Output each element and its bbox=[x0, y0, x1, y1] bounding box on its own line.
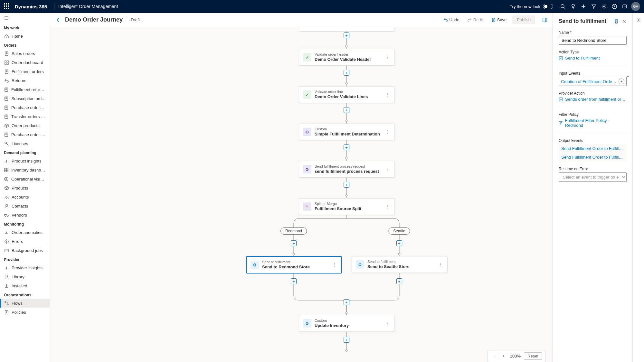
resume-select[interactable]: Select an event to trigger on error bbox=[559, 172, 627, 182]
add-step-icon[interactable]: + bbox=[396, 240, 402, 246]
nav-item-order-products[interactable]: Order products bbox=[0, 121, 50, 130]
nav-item-installed[interactable]: Installed bbox=[0, 281, 50, 290]
filter-icon[interactable] bbox=[589, 1, 599, 12]
undo-button[interactable]: Undo bbox=[441, 16, 461, 23]
nav-item-fulfillment-orders[interactable]: Fulfillment orders bbox=[0, 67, 50, 76]
anomaly-icon bbox=[4, 230, 9, 235]
assistant-icon[interactable] bbox=[620, 1, 630, 12]
add-step-icon[interactable]: + bbox=[344, 32, 349, 38]
nav-item-purchase-orders-pre-[interactable]: Purchase orders (pre... bbox=[0, 103, 50, 112]
flow-node-n3[interactable]: ⚙CustomSimple Fulfillment Determination⋮ bbox=[299, 124, 395, 140]
node-menu-icon[interactable]: ⋮ bbox=[385, 167, 391, 172]
add-step-icon[interactable]: + bbox=[344, 299, 349, 305]
add-step-icon[interactable]: + bbox=[291, 240, 297, 246]
node-menu-icon[interactable]: ⋮ bbox=[385, 129, 391, 135]
add-step-icon[interactable]: + bbox=[291, 278, 297, 284]
input-events-field[interactable]: * Creation of Fulfillment Order Succeed.… bbox=[559, 77, 627, 86]
svg-point-72 bbox=[638, 19, 639, 21]
nav-item-product-insights[interactable]: Product insights bbox=[0, 156, 50, 165]
nav-item-home[interactable]: Home bbox=[0, 32, 50, 41]
nav-item-subscription-orders[interactable]: Subscription orders bbox=[0, 94, 50, 103]
panel-toggle-icon[interactable] bbox=[542, 17, 547, 23]
nav-item-licenses[interactable]: Licenses bbox=[0, 139, 50, 148]
nav-item-transfer-orders-previ-[interactable]: Transfer orders (previ... bbox=[0, 112, 50, 121]
command-bar: Demo Order Journey Draft Undo Redo Save … bbox=[50, 13, 553, 27]
settings-rail-icon[interactable] bbox=[635, 16, 642, 24]
node-menu-icon[interactable]: ⋮ bbox=[438, 262, 443, 267]
branch-label-seattle[interactable]: Seattle bbox=[388, 227, 410, 235]
add-step-icon[interactable]: + bbox=[344, 337, 349, 343]
flow-canvas[interactable]: ✓Validate order headerDemo Order Validat… bbox=[50, 27, 553, 362]
nav-item-sales-orders[interactable]: Sales orders bbox=[0, 49, 50, 58]
panel-title: Send to fulfillment bbox=[559, 18, 611, 24]
flow-node-n5[interactable]: ⑂Splitter-MergeFulfillment Source Split⋮ bbox=[299, 198, 395, 215]
user-avatar[interactable]: GA bbox=[631, 2, 640, 11]
try-new-look-toggle[interactable] bbox=[543, 4, 553, 9]
publish-label: Publish bbox=[517, 17, 531, 22]
delete-icon[interactable] bbox=[614, 19, 619, 24]
svg-rect-38 bbox=[6, 168, 8, 170]
nav-item-order-anomalies[interactable]: Order anomalies bbox=[0, 228, 50, 237]
add-step-icon[interactable]: + bbox=[396, 278, 402, 284]
branch-label-redmond[interactable]: Redmond bbox=[280, 227, 307, 235]
nav-item-accounts[interactable]: Accounts bbox=[0, 192, 50, 201]
add-icon[interactable] bbox=[578, 1, 589, 12]
connector-dot bbox=[346, 349, 348, 352]
node-name-label: Fulfillment Source Split bbox=[315, 206, 382, 211]
settings-icon[interactable] bbox=[599, 1, 609, 12]
nav-item-provider-insights[interactable]: Provider insights bbox=[0, 263, 50, 272]
nav-item-purchase-order-prod-[interactable]: Purchase order prod... bbox=[0, 130, 50, 139]
node-menu-icon[interactable]: ⋮ bbox=[385, 321, 391, 326]
flow-node-n1[interactable]: ✓Validate order headerDemo Order Validat… bbox=[299, 49, 395, 66]
filter-policy-link[interactable]: Fulfillment Filter Policy - Redmond bbox=[559, 118, 627, 128]
node-menu-icon[interactable]: ⋮ bbox=[385, 92, 391, 97]
search-icon[interactable] bbox=[558, 1, 568, 12]
output-event-item[interactable]: Send Fulfillment Order to Fulfillment ..… bbox=[559, 144, 627, 153]
zoom-in-button[interactable]: + bbox=[500, 354, 507, 358]
nav-section-label: My work bbox=[0, 23, 50, 32]
nav-item-fulfillment-return-or-[interactable]: Fulfillment return or... bbox=[0, 85, 50, 94]
svg-rect-40 bbox=[6, 170, 8, 172]
svg-rect-16 bbox=[5, 63, 6, 64]
nav-item-contacts[interactable]: Contacts bbox=[0, 201, 50, 210]
add-step-icon[interactable]: + bbox=[344, 107, 349, 113]
add-step-icon[interactable]: + bbox=[344, 144, 349, 150]
app-launcher-icon[interactable] bbox=[4, 3, 10, 10]
node-menu-icon[interactable]: ⋮ bbox=[385, 55, 391, 60]
nav-item-flows[interactable]: Flows bbox=[0, 299, 50, 308]
save-button[interactable]: Save bbox=[489, 16, 509, 23]
flow-node-n7[interactable]: ⚙Send to fulfillmentSend to Seattle Stor… bbox=[352, 256, 448, 273]
zoom-out-button[interactable]: − bbox=[491, 354, 497, 358]
close-icon[interactable] bbox=[622, 19, 627, 23]
action-type-link[interactable]: Send to Fulfillment bbox=[559, 56, 627, 60]
nav-item-errors[interactable]: Errors bbox=[0, 237, 50, 246]
flow-node-n8[interactable]: ⚙CustomUpdate Inventory⋮ bbox=[299, 315, 395, 332]
help-icon[interactable] bbox=[609, 1, 620, 12]
nav-item-library[interactable]: Library bbox=[0, 272, 50, 281]
nav-item-policies[interactable]: Policies bbox=[0, 308, 50, 317]
add-step-icon[interactable]: + bbox=[344, 182, 349, 188]
add-input-event-icon[interactable]: + bbox=[619, 79, 624, 84]
flow-node-n4[interactable]: ⚙Send fulfillment process requestsend fu… bbox=[299, 161, 395, 178]
node-menu-icon[interactable]: ⋮ bbox=[385, 204, 391, 209]
nav-item-label: Inventory dashboard bbox=[11, 168, 46, 172]
provider-action-link[interactable]: Sends order from fulfillment order to de… bbox=[559, 97, 627, 102]
nav-item-inventory-dashboard[interactable]: Inventory dashboard bbox=[0, 165, 50, 174]
nav-collapse-icon[interactable] bbox=[0, 13, 50, 23]
nav-item-order-dashboard[interactable]: Order dashboard bbox=[0, 58, 50, 67]
output-event-item[interactable]: Send Fulfillment Order to Fulfillment ..… bbox=[559, 153, 627, 162]
zoom-reset-button[interactable]: Reset bbox=[524, 352, 542, 360]
add-step-icon[interactable]: + bbox=[344, 70, 349, 76]
nav-item-products[interactable]: Products bbox=[0, 183, 50, 192]
node-menu-icon[interactable]: ⋮ bbox=[332, 262, 337, 267]
nav-item-returns[interactable]: Returns bbox=[0, 76, 50, 85]
back-icon[interactable] bbox=[55, 17, 61, 23]
flow-node-n2[interactable]: ✓Validate order lineDemo Order Validate … bbox=[299, 86, 395, 103]
nav-item-operational-visibility-[interactable]: Operational visibility ... bbox=[0, 174, 50, 183]
flow-node-n6[interactable]: ⚙Send to fulfillmentSend to Redmond Stor… bbox=[246, 256, 342, 274]
name-input[interactable] bbox=[559, 36, 627, 45]
nav-item-vendors[interactable]: Vendors bbox=[0, 210, 50, 219]
lightbulb-icon[interactable] bbox=[568, 1, 578, 12]
flow-node-top-cropped[interactable] bbox=[299, 27, 395, 32]
nav-item-background-jobs[interactable]: Background jobs bbox=[0, 246, 50, 255]
